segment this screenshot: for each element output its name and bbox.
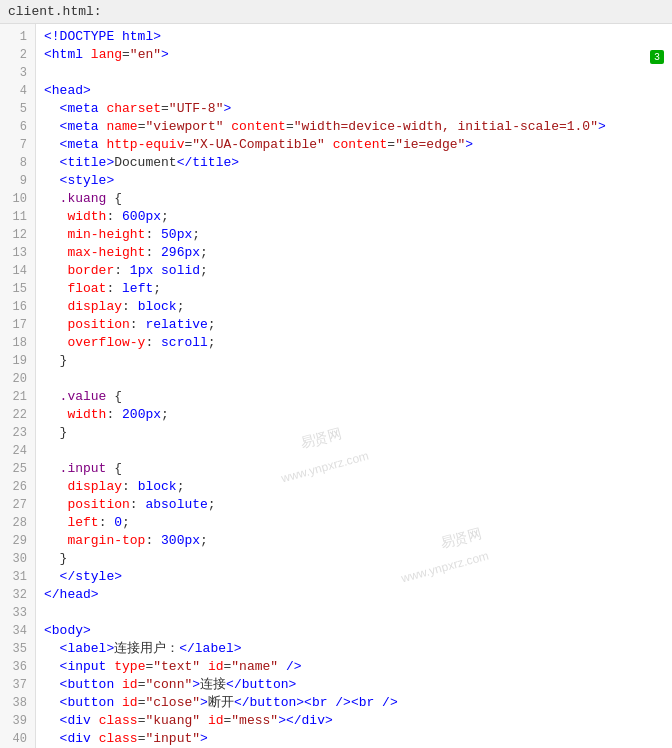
line-number: 3 bbox=[0, 64, 35, 82]
code-line bbox=[44, 64, 664, 82]
line-number: 31 bbox=[0, 568, 35, 586]
line-number: 22 bbox=[0, 406, 35, 424]
code-line: display: block; bbox=[44, 478, 664, 496]
line-number: 20 bbox=[0, 370, 35, 388]
code-line: <div class="kuang" id="mess"></div> bbox=[44, 712, 664, 730]
line-number: 11 bbox=[0, 208, 35, 226]
code-line: left: 0; bbox=[44, 514, 664, 532]
code-line: } bbox=[44, 550, 664, 568]
code-line: <button id="close">断开</button><br /><br … bbox=[44, 694, 664, 712]
editor: client.html: 123456789101112131415161718… bbox=[0, 0, 672, 748]
code-line: <html lang="en"> bbox=[44, 46, 664, 64]
line-number: 36 bbox=[0, 658, 35, 676]
line-number: 2 bbox=[0, 46, 35, 64]
code-line: width: 200px; bbox=[44, 406, 664, 424]
line-number: 5 bbox=[0, 100, 35, 118]
line-number: 25 bbox=[0, 460, 35, 478]
code-line: </style> bbox=[44, 568, 664, 586]
code-line: </head> bbox=[44, 586, 664, 604]
line-number: 8 bbox=[0, 154, 35, 172]
line-number: 23 bbox=[0, 424, 35, 442]
line-number: 6 bbox=[0, 118, 35, 136]
line-number: 7 bbox=[0, 136, 35, 154]
code-line: position: relative; bbox=[44, 316, 664, 334]
line-number: 19 bbox=[0, 352, 35, 370]
code-line: <!DOCTYPE html> bbox=[44, 28, 664, 46]
code-line: border: 1px solid; bbox=[44, 262, 664, 280]
line-number: 40 bbox=[0, 730, 35, 748]
code-content: <!DOCTYPE html><html lang="en"> <head> <… bbox=[36, 24, 672, 748]
line-number: 10 bbox=[0, 190, 35, 208]
code-line: display: block; bbox=[44, 298, 664, 316]
line-number: 34 bbox=[0, 622, 35, 640]
line-number: 30 bbox=[0, 550, 35, 568]
code-line: <body> bbox=[44, 622, 664, 640]
code-line: } bbox=[44, 424, 664, 442]
line-number: 14 bbox=[0, 262, 35, 280]
line-number: 39 bbox=[0, 712, 35, 730]
code-line: .value { bbox=[44, 388, 664, 406]
line-number: 35 bbox=[0, 640, 35, 658]
title-bar: client.html: bbox=[0, 0, 672, 24]
line-number: 24 bbox=[0, 442, 35, 460]
code-line: float: left; bbox=[44, 280, 664, 298]
code-line: .kuang { bbox=[44, 190, 664, 208]
code-line: <title>Document</title> bbox=[44, 154, 664, 172]
line-number: 38 bbox=[0, 694, 35, 712]
indicator-dot: 3 bbox=[650, 50, 664, 64]
code-area: 1234567891011121314151617181920212223242… bbox=[0, 24, 672, 748]
code-line: margin-top: 300px; bbox=[44, 532, 664, 550]
code-line: <button id="conn">连接</button> bbox=[44, 676, 664, 694]
line-number: 17 bbox=[0, 316, 35, 334]
line-number: 33 bbox=[0, 604, 35, 622]
code-line: } bbox=[44, 352, 664, 370]
code-line: max-height: 296px; bbox=[44, 244, 664, 262]
code-line: <label>连接用户：</label> bbox=[44, 640, 664, 658]
line-number: 18 bbox=[0, 334, 35, 352]
line-number: 27 bbox=[0, 496, 35, 514]
code-line: <head> bbox=[44, 82, 664, 100]
code-line: width: 600px; bbox=[44, 208, 664, 226]
code-line bbox=[44, 442, 664, 460]
code-line: min-height: 50px; bbox=[44, 226, 664, 244]
line-number: 13 bbox=[0, 244, 35, 262]
line-numbers: 1234567891011121314151617181920212223242… bbox=[0, 24, 36, 748]
code-line: overflow-y: scroll; bbox=[44, 334, 664, 352]
line-number: 9 bbox=[0, 172, 35, 190]
line-number: 4 bbox=[0, 82, 35, 100]
code-line: <div class="input"> bbox=[44, 730, 664, 748]
code-line bbox=[44, 370, 664, 388]
code-line: <meta charset="UTF-8"> bbox=[44, 100, 664, 118]
line-number: 28 bbox=[0, 514, 35, 532]
code-line: <meta http-equiv="X-UA-Compatible" conte… bbox=[44, 136, 664, 154]
line-number: 37 bbox=[0, 676, 35, 694]
line-number: 29 bbox=[0, 532, 35, 550]
code-line bbox=[44, 604, 664, 622]
file-title: client.html: bbox=[8, 4, 102, 19]
code-line: position: absolute; bbox=[44, 496, 664, 514]
code-line: <input type="text" id="name" /> bbox=[44, 658, 664, 676]
code-line: .input { bbox=[44, 460, 664, 478]
line-number: 1 bbox=[0, 28, 35, 46]
line-number: 21 bbox=[0, 388, 35, 406]
line-number: 26 bbox=[0, 478, 35, 496]
code-line: <meta name="viewport" content="width=dev… bbox=[44, 118, 664, 136]
line-number: 32 bbox=[0, 586, 35, 604]
code-line: <style> bbox=[44, 172, 664, 190]
line-number: 15 bbox=[0, 280, 35, 298]
line-number: 16 bbox=[0, 298, 35, 316]
line-number: 12 bbox=[0, 226, 35, 244]
